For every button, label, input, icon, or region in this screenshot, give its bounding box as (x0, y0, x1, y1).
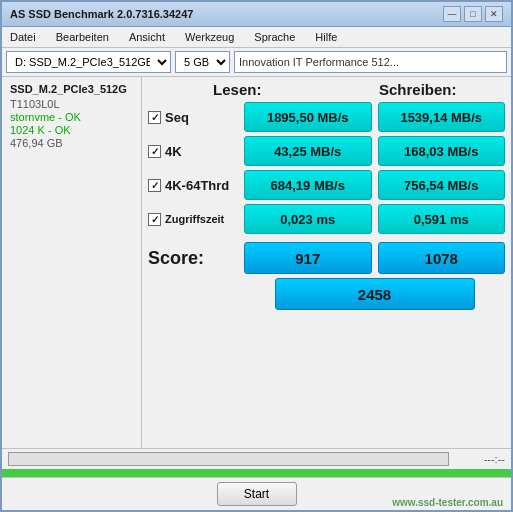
4k64thrd-write-value: 756,54 MB/s (378, 170, 506, 200)
4k-read-value: 43,25 MB/s (244, 136, 372, 166)
drive-select[interactable]: D: SSD_M.2_PCIe3_512GB_InnovationIT ▼ (6, 51, 171, 73)
column-headers: Lesen: Schreiben: (148, 81, 505, 98)
seq-label: ✓ Seq (148, 110, 238, 125)
main-window: AS SSD Benchmark 2.0.7316.34247 — □ ✕ Da… (0, 0, 513, 512)
score-label: Score: (148, 248, 238, 269)
read-header: Lesen: (150, 81, 325, 98)
driver-line: stornvme - OK (10, 111, 133, 123)
score-write-value: 1078 (378, 242, 506, 274)
4k64thrd-row: ✓ 4K-64Thrd 684,19 MB/s 756,54 MB/s (148, 170, 505, 200)
score-section: Score: 917 1078 2458 (148, 242, 505, 310)
menu-hilfe[interactable]: Hilfe (311, 29, 341, 45)
4k-label: ✓ 4K (148, 144, 238, 159)
drive-name: SSD_M.2_PCIe3_512G (10, 83, 133, 95)
cache-line: 1024 K - OK (10, 124, 133, 136)
progress-bar-row: ---:-- (2, 448, 511, 469)
maximize-button[interactable]: □ (464, 6, 482, 22)
4k64thrd-read-value: 684,19 MB/s (244, 170, 372, 200)
start-button[interactable]: Start (217, 482, 297, 506)
main-content: SSD_M.2_PCIe3_512G T1103L0L stornvme - O… (2, 77, 511, 448)
seq-row: ✓ Seq 1895,50 MB/s 1539,14 MB/s (148, 102, 505, 132)
total-score-row: 2458 (148, 278, 505, 310)
title-bar: AS SSD Benchmark 2.0.7316.34247 — □ ✕ (2, 2, 511, 27)
menu-datei[interactable]: Datei (6, 29, 40, 45)
performance-label: Innovation IT Performance 512... (234, 51, 507, 73)
toolbar: D: SSD_M.2_PCIe3_512GB_InnovationIT ▼ 5 … (2, 48, 511, 77)
4k64thrd-label: ✓ 4K-64Thrd (148, 178, 238, 193)
minimize-button[interactable]: — (443, 6, 461, 22)
progress-bar (8, 452, 449, 466)
start-button-row: Start www.ssd-tester.com.au (2, 477, 511, 510)
total-score-value: 2458 (275, 278, 475, 310)
menu-werkzeug[interactable]: Werkzeug (181, 29, 238, 45)
4k-row: ✓ 4K 43,25 MB/s 168,03 MB/s (148, 136, 505, 166)
size-select[interactable]: 5 GB ▼ (175, 51, 230, 73)
access-time-label: ✓ Zugriffszeit (148, 213, 238, 226)
4k-write-value: 168,03 MB/s (378, 136, 506, 166)
access-time-row: ✓ Zugriffszeit 0,023 ms 0,591 ms (148, 204, 505, 234)
score-read-value: 917 (244, 242, 372, 274)
seq-write-value: 1539,14 MB/s (378, 102, 506, 132)
model-line: T1103L0L (10, 98, 133, 110)
left-panel: SSD_M.2_PCIe3_512G T1103L0L stornvme - O… (2, 77, 142, 448)
menu-ansicht[interactable]: Ansicht (125, 29, 169, 45)
menu-bearbeiten[interactable]: Bearbeiten (52, 29, 113, 45)
access-time-checkbox[interactable]: ✓ (148, 213, 161, 226)
4k-checkbox[interactable]: ✓ (148, 145, 161, 158)
menu-sprache[interactable]: Sprache (250, 29, 299, 45)
right-panel: Lesen: Schreiben: ✓ Seq 1895,50 MB/s 153… (142, 77, 511, 448)
access-time-read-value: 0,023 ms (244, 204, 372, 234)
watermark: www.ssd-tester.com.au (392, 497, 503, 508)
write-header: Schreiben: (331, 81, 506, 98)
green-status-bar (2, 469, 511, 477)
close-button[interactable]: ✕ (485, 6, 503, 22)
seq-read-value: 1895,50 MB/s (244, 102, 372, 132)
4k64thrd-checkbox[interactable]: ✓ (148, 179, 161, 192)
score-row: Score: 917 1078 (148, 242, 505, 274)
window-title: AS SSD Benchmark 2.0.7316.34247 (10, 8, 193, 20)
seq-checkbox[interactable]: ✓ (148, 111, 161, 124)
size-line: 476,94 GB (10, 137, 133, 149)
access-time-write-value: 0,591 ms (378, 204, 506, 234)
time-display: ---:-- (455, 453, 505, 465)
window-controls: — □ ✕ (443, 6, 503, 22)
menu-bar: Datei Bearbeiten Ansicht Werkzeug Sprach… (2, 27, 511, 48)
